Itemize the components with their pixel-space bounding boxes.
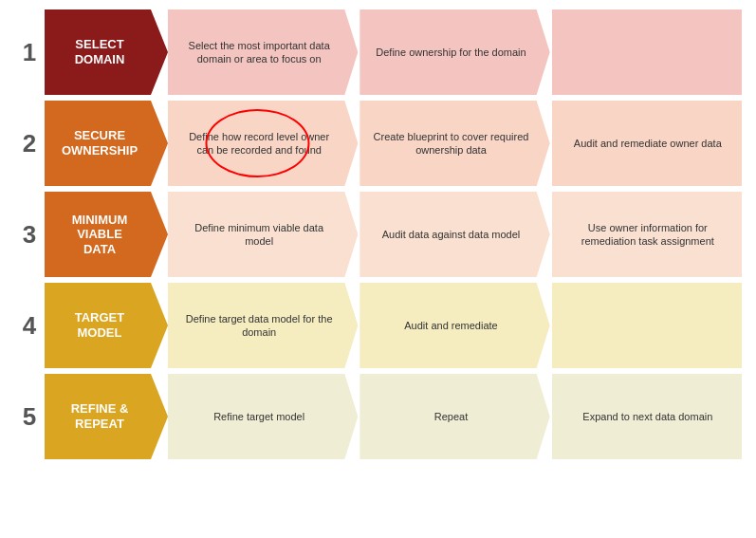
sub-arrow-wrapper-row2-2: Audit and remediate owner data xyxy=(552,101,742,186)
sub-arrow-wrapper-row3-2: Use owner information for remediation ta… xyxy=(552,192,742,277)
row-number-3: 3 xyxy=(14,192,45,277)
row-row2: 2SECURE OWNERSHIPDefine how record level… xyxy=(14,101,742,186)
sub-arrow-row4-2 xyxy=(552,283,742,368)
sub-arrow-row4-1: Audit and remediate xyxy=(360,283,549,368)
sub-arrow-wrapper-row3-1: Audit data against data model xyxy=(360,192,549,277)
main-arrow-row1: SELECT DOMAIN xyxy=(45,9,168,95)
sub-arrow-row2-0: Define how record level owner can be rec… xyxy=(168,101,358,186)
main-arrow-row2: SECURE OWNERSHIP xyxy=(45,101,168,186)
sub-arrow-row3-1: Audit data against data model xyxy=(360,192,549,277)
sub-arrows-row1: Select the most important data domain or… xyxy=(168,9,742,95)
sub-arrow-row5-2: Expand to next data domain xyxy=(552,374,742,459)
sub-arrow-wrapper-row4-0: Define target data model for the domain xyxy=(168,283,358,368)
sub-arrow-row3-2: Use owner information for remediation ta… xyxy=(552,192,742,277)
sub-arrow-wrapper-row4-1: Audit and remediate xyxy=(360,283,549,368)
main-arrow-row4: TARGET MODEL xyxy=(45,283,168,368)
sub-arrow-wrapper-row5-1: Repeat xyxy=(360,374,549,459)
sub-arrow-wrapper-row1-1: Define ownership for the domain xyxy=(360,9,549,95)
row-number-2: 2 xyxy=(14,101,45,186)
sub-arrows-row2: Define how record level owner can be rec… xyxy=(168,101,742,186)
sub-arrow-wrapper-row2-0: Define how record level owner can be rec… xyxy=(168,101,358,186)
main-arrow-row3: MINIMUM VIABLE DATA xyxy=(45,192,168,277)
sub-arrow-row4-0: Define target data model for the domain xyxy=(168,283,358,368)
sub-arrows-row3: Define minimum viable data modelAudit da… xyxy=(168,192,742,277)
row-number-4: 4 xyxy=(14,283,45,368)
sub-arrow-wrapper-row4-2 xyxy=(552,283,742,368)
sub-arrows-row5: Refine target modelRepeatExpand to next … xyxy=(168,374,742,459)
sub-arrow-row1-1: Define ownership for the domain xyxy=(360,9,549,95)
row-row1: 1SELECT DOMAINSelect the most important … xyxy=(14,9,742,95)
row-row5: 5REFINE & REPEATRefine target modelRepea… xyxy=(14,374,742,459)
sub-arrow-wrapper-row5-0: Refine target model xyxy=(168,374,358,459)
sub-arrow-row5-1: Repeat xyxy=(360,374,549,459)
sub-arrow-wrapper-row3-0: Define minimum viable data model xyxy=(168,192,358,277)
sub-arrow-wrapper-row1-0: Select the most important data domain or… xyxy=(168,9,358,95)
main-arrow-row5: REFINE & REPEAT xyxy=(45,374,168,459)
sub-arrow-wrapper-row5-2: Expand to next data domain xyxy=(552,374,742,459)
row-row4: 4TARGET MODELDefine target data model fo… xyxy=(14,283,742,368)
sub-arrow-row5-0: Refine target model xyxy=(168,374,358,459)
main-container: 1SELECT DOMAINSelect the most important … xyxy=(14,9,742,459)
sub-arrow-row2-1: Create blueprint to cover required owner… xyxy=(360,101,549,186)
row-row3: 3MINIMUM VIABLE DATADefine minimum viabl… xyxy=(14,192,742,277)
sub-arrow-wrapper-row1-2 xyxy=(552,9,742,95)
row-number-1: 1 xyxy=(14,9,45,95)
sub-arrow-row3-0: Define minimum viable data model xyxy=(168,192,358,277)
row-number-5: 5 xyxy=(14,374,45,459)
sub-arrow-wrapper-row2-1: Create blueprint to cover required owner… xyxy=(360,101,549,186)
sub-arrow-row1-0: Select the most important data domain or… xyxy=(168,9,358,95)
sub-arrows-row4: Define target data model for the domainA… xyxy=(168,283,742,368)
sub-arrow-row2-2: Audit and remediate owner data xyxy=(552,101,742,186)
sub-arrow-row1-2 xyxy=(552,9,742,95)
